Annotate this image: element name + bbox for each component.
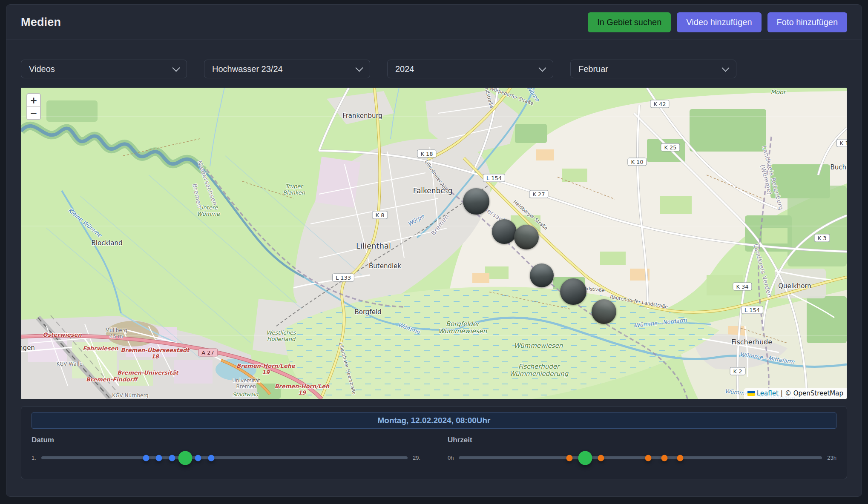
media-point-marker[interactable] [208, 455, 215, 461]
map-canvas[interactable]: + − Leaflet | © OpenStreetMap Frankenbur… [21, 88, 847, 399]
current-datetime-banner: Montag, 12.02.2024, 08:00Uhr [32, 412, 836, 429]
zoom-in-button[interactable]: + [27, 94, 40, 106]
add-video-button[interactable]: Video hinzufügen [677, 12, 761, 32]
topbar: Medien In Gebiet suchen Video hinzufügen… [21, 5, 847, 40]
photo-marker[interactable] [492, 219, 517, 244]
photo-marker[interactable] [463, 188, 489, 215]
road-shield: K 27 [529, 190, 548, 198]
filter-event-value: Hochwasser 23/24 [212, 64, 283, 74]
media-point-marker[interactable] [143, 455, 149, 461]
road-shield: L 154 [483, 174, 505, 182]
media-point-marker[interactable] [156, 455, 162, 461]
chevron-down-icon [355, 64, 363, 72]
road-shield: K 1 [836, 139, 847, 147]
road-shield: K 18 [417, 150, 436, 158]
chevron-down-icon [172, 64, 180, 72]
media-point-marker[interactable] [169, 455, 175, 461]
slider-thumb[interactable] [178, 451, 192, 465]
time-min-label: 0h [448, 455, 454, 461]
header-divider [6, 40, 862, 40]
time-max-label: 23h [827, 455, 836, 461]
media-point-marker[interactable] [677, 455, 683, 461]
current-datetime-text: Montag, 12.02.2024, 08:00Uhr [377, 416, 490, 425]
date-slider-track[interactable] [41, 456, 408, 459]
attribution-separator: | [781, 389, 783, 397]
road-shield: A 27 [198, 349, 218, 357]
date-slider-group: Datum 1. 29. [32, 436, 420, 461]
timeline-sliders: Datum 1. 29. Uhrzeit 0h 23h [32, 436, 836, 461]
road-shield: K 25 [661, 143, 680, 152]
chevron-down-icon [538, 64, 546, 72]
photo-marker[interactable] [514, 225, 539, 249]
map-attribution: Leaflet | © OpenStreetMap [744, 388, 847, 399]
road-shield: K 34 [733, 283, 752, 291]
photo-marker[interactable] [592, 299, 616, 324]
slider-thumb[interactable] [578, 451, 592, 465]
page-title: Medien [21, 16, 61, 29]
media-point-marker[interactable] [195, 455, 201, 461]
date-min-label: 1. [32, 455, 36, 461]
search-in-area-button[interactable]: In Gebiet suchen [588, 12, 671, 32]
filter-media-type[interactable]: Videos [21, 60, 187, 78]
filter-row: Videos Hochwasser 23/24 2024 Februar [21, 60, 847, 78]
topbar-buttons: In Gebiet suchen Video hinzufügen Foto h… [588, 12, 847, 32]
zoom-out-button[interactable]: − [27, 107, 40, 119]
road-shield: L 133 [332, 274, 354, 282]
road-shield: K 3 [814, 234, 830, 242]
photo-marker[interactable] [560, 278, 586, 305]
time-slider-label: Uhrzeit [448, 436, 836, 444]
filter-media-type-value: Videos [29, 64, 55, 74]
time-slider-group: Uhrzeit 0h 23h [448, 436, 836, 461]
filter-month[interactable]: Februar [570, 60, 736, 78]
road-shield: L 154 [741, 306, 763, 314]
main-panel: Medien In Gebiet suchen Video hinzufügen… [6, 4, 862, 497]
time-slider-track[interactable] [459, 456, 822, 459]
map-zoom-control: + − [26, 93, 41, 120]
date-max-label: 29. [413, 455, 420, 461]
leaflet-link[interactable]: Leaflet [757, 389, 779, 397]
add-photo-button[interactable]: Foto hinzufügen [767, 12, 847, 32]
chevron-down-icon [721, 64, 729, 72]
filter-year-value: 2024 [395, 64, 414, 74]
media-point-marker[interactable] [645, 455, 652, 461]
media-point-marker[interactable] [661, 455, 667, 461]
date-slider-label: Datum [32, 436, 420, 444]
media-point-marker[interactable] [566, 455, 573, 461]
openstreetmap-link[interactable]: © OpenStreetMap [785, 389, 843, 397]
road-shield: K 8 [372, 211, 388, 219]
ukraine-flag-icon [747, 391, 755, 396]
media-point-marker[interactable] [598, 455, 604, 461]
filter-month-value: Februar [578, 64, 608, 74]
road-shield: K 42 [650, 100, 669, 108]
map-image [21, 88, 847, 399]
filter-event[interactable]: Hochwasser 23/24 [204, 60, 370, 78]
road-shield: K 2 [730, 367, 746, 375]
photo-marker[interactable] [530, 263, 554, 287]
timeline-panel: Montag, 12.02.2024, 08:00Uhr Datum 1. 29… [21, 406, 847, 479]
filter-year[interactable]: 2024 [387, 60, 553, 78]
road-shield: K 10 [627, 158, 647, 166]
